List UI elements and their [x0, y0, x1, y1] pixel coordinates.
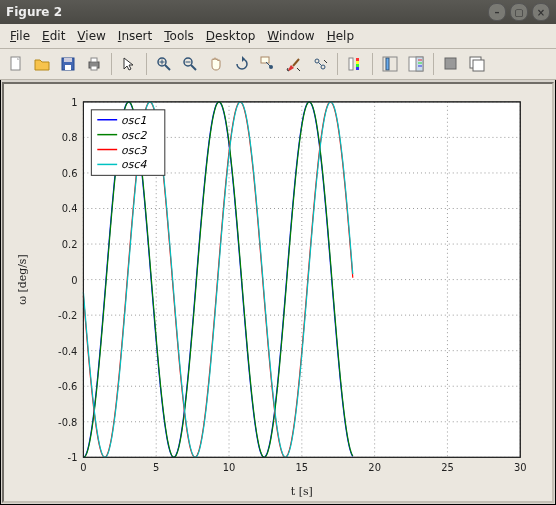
close-button[interactable]: ×: [532, 3, 550, 21]
figure-area: 051015202530-1-0.8-0.6-0.4-0.200.20.40.6…: [2, 82, 554, 503]
svg-rect-22: [356, 58, 359, 61]
svg-line-8: [165, 65, 170, 70]
show-icon[interactable]: [465, 52, 489, 76]
menu-view[interactable]: View: [71, 27, 111, 45]
svg-rect-14: [261, 57, 269, 63]
svg-rect-26: [386, 58, 389, 70]
pointer-icon[interactable]: [117, 52, 141, 76]
menu-file[interactable]: File: [4, 27, 36, 45]
new-figure-icon[interactable]: [4, 52, 28, 76]
colorbar-icon[interactable]: [343, 52, 367, 76]
svg-line-12: [191, 65, 196, 70]
svg-rect-2: [64, 58, 72, 62]
xtick: 0: [80, 462, 86, 473]
menu-desktop[interactable]: Desktop: [200, 27, 262, 45]
rotate-icon[interactable]: [230, 52, 254, 76]
xtick: 20: [368, 462, 381, 473]
axes: 051015202530-1-0.8-0.6-0.4-0.200.20.40.6…: [4, 84, 552, 501]
svg-point-19: [321, 65, 325, 69]
ytick: 0.6: [62, 168, 78, 179]
xtick: 30: [514, 462, 527, 473]
ytick: 0: [71, 275, 77, 286]
menu-help[interactable]: Help: [321, 27, 360, 45]
legend-entry: osc2: [121, 129, 147, 142]
menu-window[interactable]: Window: [261, 27, 320, 45]
panel-icon[interactable]: [404, 52, 428, 76]
menu-edit[interactable]: Edit: [36, 27, 71, 45]
svg-rect-35: [473, 60, 484, 71]
xtick: 15: [296, 462, 309, 473]
ylabel: ω [deg/s]: [16, 254, 29, 305]
svg-rect-25: [356, 67, 359, 70]
svg-rect-21: [349, 58, 353, 70]
svg-rect-27: [383, 57, 397, 71]
ytick: -1: [68, 452, 78, 463]
xtick: 25: [441, 462, 454, 473]
menu-tools[interactable]: Tools: [158, 27, 200, 45]
legend-icon[interactable]: [378, 52, 402, 76]
svg-rect-3: [65, 65, 71, 70]
xtick: 5: [153, 462, 159, 473]
svg-rect-24: [356, 64, 359, 67]
zoom-out-icon[interactable]: [178, 52, 202, 76]
hide-icon[interactable]: [439, 52, 463, 76]
data-cursor-icon[interactable]: [256, 52, 280, 76]
svg-line-20: [319, 63, 322, 66]
svg-rect-6: [91, 66, 97, 70]
minimize-button[interactable]: –: [488, 3, 506, 21]
ytick: -0.6: [58, 381, 77, 392]
svg-rect-33: [445, 58, 456, 69]
menubar: FileEditViewInsertToolsDesktopWindowHelp: [0, 24, 556, 49]
pan-icon[interactable]: [204, 52, 228, 76]
svg-rect-23: [356, 61, 359, 64]
svg-rect-5: [91, 58, 97, 62]
ytick: -0.4: [58, 346, 77, 357]
menu-insert[interactable]: Insert: [112, 27, 158, 45]
ytick: 0.2: [62, 239, 78, 250]
ytick: 1: [71, 97, 77, 108]
figure-window: Figure 2 – ▢ × FileEditViewInsertToolsDe…: [0, 0, 556, 505]
svg-point-18: [315, 59, 319, 63]
ytick: -0.2: [58, 310, 77, 321]
window-title: Figure 2: [6, 5, 484, 19]
open-icon[interactable]: [30, 52, 54, 76]
legend-entry: osc1: [121, 114, 146, 127]
ytick: -0.8: [58, 417, 77, 428]
legend-entry: osc4: [121, 158, 147, 171]
maximize-button[interactable]: ▢: [510, 3, 528, 21]
titlebar: Figure 2 – ▢ ×: [0, 0, 556, 24]
xlabel: t [s]: [291, 485, 313, 498]
toolbar: [0, 49, 556, 80]
brush-icon[interactable]: [282, 52, 306, 76]
xtick: 10: [223, 462, 236, 473]
zoom-in-icon[interactable]: [152, 52, 176, 76]
print-icon[interactable]: [82, 52, 106, 76]
link-icon[interactable]: [308, 52, 332, 76]
save-icon[interactable]: [56, 52, 80, 76]
ytick: 0.8: [62, 132, 78, 143]
svg-rect-29: [416, 57, 423, 71]
legend-entry: osc3: [121, 144, 147, 157]
svg-line-17: [293, 59, 299, 66]
ytick: 0.4: [62, 203, 78, 214]
